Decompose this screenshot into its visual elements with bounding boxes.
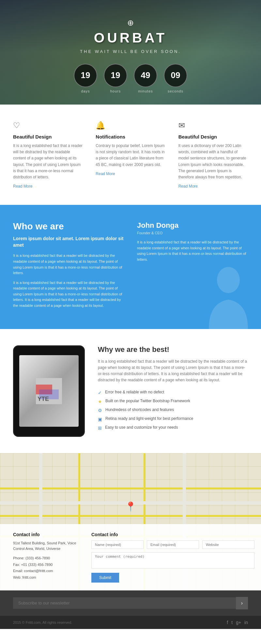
contact-form-row-1 — [91, 540, 254, 549]
contact-fax: Fax: +01 (333) 456-7890 — [13, 562, 78, 568]
list-item-2: ★ Built on the popular Twitter Bootstrap… — [98, 399, 248, 404]
envelope-icon: ✉ — [178, 121, 248, 130]
countdown-hours: 19 hours — [104, 64, 127, 93]
hours-label: hours — [110, 89, 121, 93]
why-intro-text: It is a long established fact that a rea… — [98, 358, 248, 384]
contact-form-title: Contact info — [91, 532, 254, 537]
list-item-3-text: Hundredess of shortcodes and features — [105, 407, 174, 412]
contact-email-input[interactable] — [147, 540, 199, 549]
feature-1-title: Beautiful Design — [13, 134, 83, 140]
feature-1-text: It is a long established fact that a rea… — [13, 143, 83, 180]
person-name: John Donga — [137, 221, 248, 230]
contact-phone: Phone: (333) 456-7890 — [13, 555, 78, 562]
who-title-rest: we are — [33, 221, 64, 231]
map-contact-section: 📍 Contact info 91st Tallest Building, So… — [0, 453, 261, 590]
feature-2-title: Notifications — [96, 134, 165, 140]
list-item-3: ⚙ Hundredess of shortcodes and features — [98, 407, 248, 413]
seconds-label: seconds — [168, 89, 183, 93]
check-icon: ✓ — [98, 390, 102, 395]
feature-3-read-more[interactable]: Read More — [178, 184, 198, 189]
minutes-circle: 49 — [134, 64, 157, 87]
why-list: ✓ Error free & reliable with no defect ★… — [98, 390, 248, 431]
heart-icon: ♡ — [13, 121, 83, 130]
feature-1: ♡ Beautiful Design It is a long establis… — [13, 121, 83, 189]
contact-web: Web: frittt.com — [13, 574, 78, 581]
tablet-screen: YTE — [19, 355, 79, 427]
who-text-2: It is a long established fact that a rea… — [13, 280, 124, 309]
list-item-4: ▣ Retina ready and light-weight for best… — [98, 416, 248, 422]
star-icon: ★ — [98, 399, 102, 404]
why-content: Why we are the best! It is a long establ… — [98, 345, 248, 434]
feature-2: 🔔 Notifications Contrary to popular beli… — [96, 121, 165, 189]
hero-section: ⊕ OURBAT THE WAIT WILL BE OVER SOON. 19 … — [0, 0, 261, 105]
contact-form-block: Contact info Submit — [91, 532, 254, 583]
who-title: Who we are — [13, 221, 124, 232]
feature-2-text: Contrary to popular belief, Lorem Ipsum … — [96, 143, 165, 168]
contact-comment-input[interactable] — [91, 552, 254, 569]
contact-email: Email: contact@frittt.com — [13, 568, 78, 574]
feature-2-read-more[interactable]: Read More — [96, 172, 115, 176]
newsletter-section: › — [0, 590, 261, 616]
who-right-column: John Donga Founder & CEO It is a long es… — [137, 221, 248, 313]
days-label: days — [81, 89, 90, 93]
grid-icon: ⊞ — [98, 425, 102, 431]
contact-details: Phone: (333) 456-7890 Fax: +01 (333) 456… — [13, 555, 78, 581]
person-text: It is a long established fact that a rea… — [137, 239, 248, 262]
hours-circle: 19 — [104, 64, 127, 87]
who-title-bold: Who — [13, 221, 33, 231]
svg-text:YTE: YTE — [38, 396, 49, 402]
list-item-5-text: Easy to use and customize for your needs — [105, 425, 178, 430]
seconds-circle: 09 — [164, 64, 187, 87]
who-we-are-section: Who we are Lorem ipsum dolor sit amet. L… — [0, 205, 261, 329]
who-left-column: Who we are Lorem ipsum dolor sit amet. L… — [13, 221, 124, 313]
person-last-name: Donga — [154, 221, 179, 229]
who-subtitle: Lorem ipsum dolor sit amet. Lorem ipsum … — [13, 236, 124, 248]
feature-1-read-more[interactable]: Read More — [13, 184, 32, 189]
features-section: ♡ Beautiful Design It is a long establis… — [0, 105, 261, 205]
tablet-image: YTE — [13, 345, 85, 437]
newsletter-submit-button[interactable]: › — [236, 597, 248, 609]
map-pin: 📍 — [125, 501, 136, 512]
why-best-section: YTE Why we are the best! It is a long es… — [0, 329, 261, 453]
days-circle: 19 — [74, 64, 97, 87]
crosshair-icon: ⊕ — [127, 18, 134, 27]
countdown: 19 days 19 hours 49 minutes 09 seconds — [74, 64, 187, 93]
facebook-icon[interactable]: f — [227, 620, 228, 625]
list-item-2-text: Built on the popular Twitter Bootstrap F… — [105, 399, 190, 403]
twitter-icon[interactable]: t — [231, 620, 233, 625]
person-first-name: John — [137, 221, 154, 229]
contact-overlay: Contact info 91st Tallest Building, Soun… — [0, 524, 261, 590]
person-role: Founder & CEO — [137, 231, 248, 235]
footer-copyright: 2015 © Frittt.com, All rights reserved. — [13, 620, 72, 624]
list-item-1-text: Error free & reliable with no defect — [105, 390, 164, 394]
contact-info-block: Contact info 91st Tallest Building, Soun… — [13, 532, 78, 583]
bell-icon: 🔔 — [96, 121, 165, 130]
why-title-bold: Why — [98, 345, 113, 354]
contact-name-input[interactable] — [91, 540, 144, 549]
contact-website-input[interactable] — [202, 540, 254, 549]
countdown-minutes: 49 minutes — [134, 64, 157, 93]
gear-icon: ⚙ — [98, 408, 102, 413]
why-title: Why we are the best! — [98, 345, 248, 354]
minutes-label: minutes — [138, 89, 153, 93]
contact-address: 91st Tallest Building, Sound Park, Voice… — [13, 540, 78, 552]
svg-point-0 — [217, 267, 240, 293]
display-icon: ▣ — [98, 417, 102, 422]
countdown-days: 19 days — [74, 64, 97, 93]
newsletter-input[interactable] — [13, 597, 236, 609]
person-silhouette — [202, 264, 254, 329]
feature-3: ✉ Beautiful Design It uses a dictionary … — [178, 121, 248, 189]
submit-button[interactable]: Submit — [91, 573, 119, 583]
who-text-1: It is a long established fact that a rea… — [13, 253, 124, 276]
hero-subtitle: THE WAIT WILL BE OVER SOON. — [80, 49, 181, 54]
list-item-4-text: Retina ready and light-weight for best p… — [105, 416, 193, 421]
footer-social-links: f t g+ in — [227, 620, 248, 625]
why-title-rest: we are the best! — [113, 345, 169, 354]
linkedin-icon[interactable]: in — [244, 620, 248, 625]
googleplus-icon[interactable]: g+ — [236, 620, 241, 625]
footer: 2015 © Frittt.com, All rights reserved. … — [0, 616, 261, 629]
feature-3-text: It uses a dictionary of over 200 Latin w… — [178, 143, 248, 180]
list-item-1: ✓ Error free & reliable with no defect — [98, 390, 248, 395]
countdown-seconds: 09 seconds — [164, 64, 187, 93]
feature-3-title: Beautiful Design — [178, 134, 248, 140]
